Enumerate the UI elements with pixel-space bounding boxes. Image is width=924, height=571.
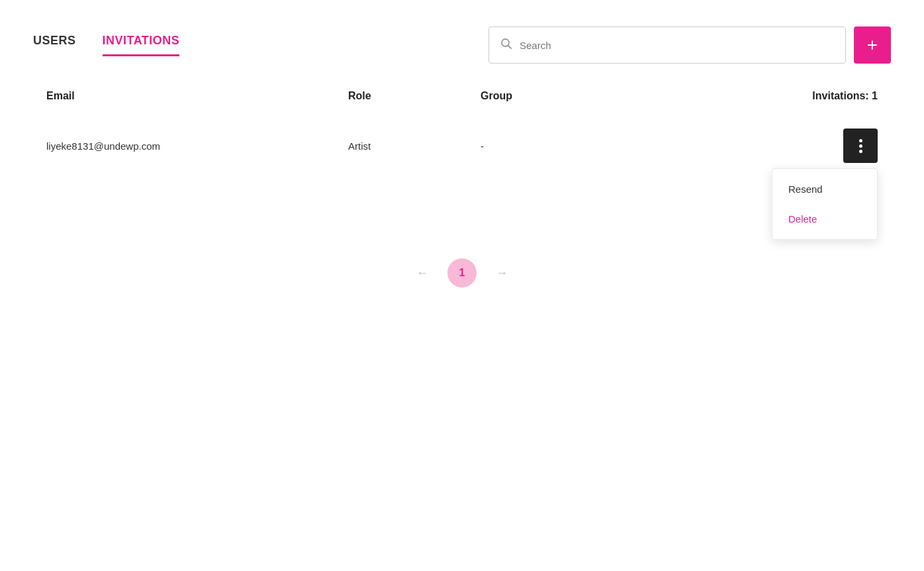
dot-3	[859, 150, 862, 153]
plus-icon: +	[867, 34, 878, 56]
actions-dropdown: Resend Delete	[772, 168, 878, 240]
invitations-table: Email Role Group Invitations: 1 liyeke81…	[33, 90, 891, 179]
dropdown-delete[interactable]: Delete	[772, 204, 877, 234]
tabs-left: USERS INVITATIONS	[33, 34, 179, 56]
search-icon	[500, 37, 513, 54]
search-box	[488, 26, 846, 64]
search-add-row: +	[488, 26, 891, 64]
prev-page-button[interactable]: ←	[410, 261, 434, 285]
header-email: Email	[46, 90, 348, 102]
next-page-button[interactable]: →	[490, 261, 514, 285]
dot-1	[859, 139, 862, 142]
cell-actions: Resend Delete	[679, 129, 878, 163]
table-header: Email Role Group Invitations: 1	[33, 90, 891, 113]
table-row: liyeke8131@undewp.com Artist - Resend De…	[33, 113, 891, 179]
header-role: Role	[348, 90, 481, 102]
dropdown-resend[interactable]: Resend	[772, 174, 877, 204]
cell-group: -	[481, 140, 679, 152]
pagination: ← 1 →	[33, 258, 891, 287]
cell-role: Artist	[348, 140, 481, 152]
search-input[interactable]	[520, 40, 835, 51]
tab-users[interactable]: USERS	[33, 34, 76, 56]
page-container: USERS INVITATIONS + Email Role	[0, 0, 924, 571]
add-invitation-button[interactable]: +	[854, 26, 891, 64]
tabs-search-row: USERS INVITATIONS +	[33, 26, 891, 64]
tab-invitations[interactable]: INVITATIONS	[103, 34, 180, 56]
current-page-number[interactable]: 1	[447, 258, 477, 287]
header-invitations: Invitations: 1	[679, 90, 878, 102]
svg-line-1	[508, 45, 512, 48]
header-group: Group	[481, 90, 679, 102]
dot-2	[859, 144, 862, 148]
row-actions-button[interactable]	[843, 129, 878, 163]
cell-email: liyeke8131@undewp.com	[46, 140, 348, 152]
